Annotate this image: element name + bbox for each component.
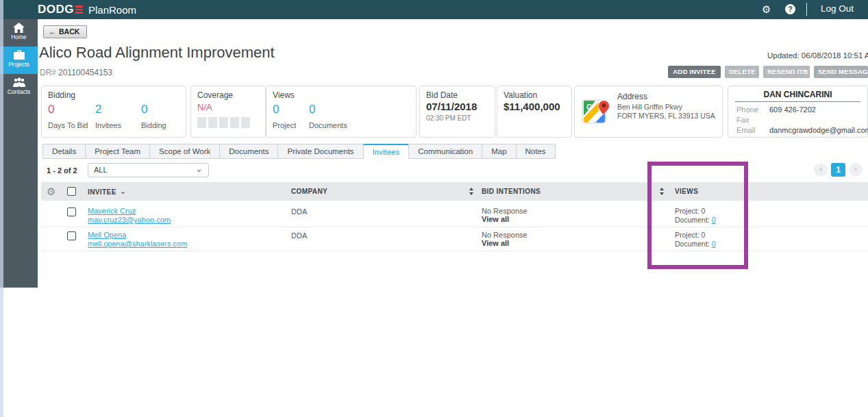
table-settings-gear-icon[interactable]: ⚙ <box>47 186 55 198</box>
sort-icon-company[interactable] <box>469 188 475 195</box>
column-header-invitee[interactable]: INVITEE⌄ <box>88 188 126 197</box>
bid-date-card: Bid Date 07/11/2018 02:30 PM EDT <box>419 86 495 138</box>
bid-time-value: 02:30 PM EDT <box>426 114 471 122</box>
sidebar-item-label: Contacts <box>0 88 38 95</box>
tab-project-team[interactable]: Project Team <box>85 144 150 159</box>
view-all-link[interactable]: View all <box>482 239 509 247</box>
topbar-divider <box>806 3 807 16</box>
home-icon <box>0 23 38 33</box>
help-icon[interactable]: ? <box>785 4 795 14</box>
left-sidebar: Home Projects Contacts <box>0 19 38 288</box>
sidebar-item-projects[interactable]: Projects <box>0 47 38 74</box>
planroom-page: DODG PlanRoom ⚙ ? Log Out Home Projects … <box>0 0 868 417</box>
filter-selected-value: ALL <box>94 166 108 174</box>
contact-phone-value: 609 426-7202 <box>769 105 816 114</box>
view-all-link[interactable]: View all <box>482 215 509 223</box>
invitee-name-link[interactable]: Mell Opena <box>88 231 126 239</box>
row-checkbox[interactable] <box>67 231 76 240</box>
document-views-link[interactable]: 0 <box>712 240 716 248</box>
sidebar-item-contacts[interactable]: Contacts <box>0 74 38 101</box>
valuation-card: Valuation $11,400,000 <box>497 86 572 138</box>
invitee-email-link[interactable]: mell.opena@sharklasers.com <box>88 240 187 248</box>
select-all-checkbox[interactable] <box>67 187 76 196</box>
row-checkbox[interactable] <box>67 207 76 216</box>
back-button[interactable]: ←BACK <box>43 25 87 38</box>
svg-text:G: G <box>586 103 593 111</box>
add-invitee-button[interactable]: ADD INVITEE <box>668 66 721 78</box>
send-message-button[interactable]: SEND MESSAGE <box>814 66 868 78</box>
pagination-page-1[interactable]: 1 <box>831 163 845 177</box>
company-cell: DDA <box>291 231 307 240</box>
contact-email-value: danmcgrawdodge@gmail.com <box>769 126 868 134</box>
card-title: Bidding <box>48 90 75 100</box>
brand-planroom-text: PlanRoom <box>88 4 136 16</box>
project-views-cell: Project: 0 <box>675 231 705 239</box>
coverage-card: Coverage N/A <box>190 86 266 138</box>
address-line1: Ben Hill Griffin Pkwy <box>617 103 682 111</box>
project-views-cell: Project: 0 <box>675 207 705 215</box>
sort-direction-chevron-icon: ⌄ <box>120 187 127 195</box>
bid-status-cell: No Response <box>482 207 528 215</box>
sidebar-item-label: Home <box>0 34 38 40</box>
sort-icon-bid-intentions[interactable] <box>659 188 665 195</box>
tab-private-documents[interactable]: Private Documents <box>277 144 363 159</box>
coverage-value: N/A <box>197 102 212 112</box>
back-label: BACK <box>59 27 79 36</box>
sidebar-item-home[interactable]: Home <box>0 19 38 47</box>
invitees-value: 2 <box>95 103 101 116</box>
project-title: Alico Road Alignment Improvement <box>39 44 275 62</box>
address-line2: FORT MYERS, FL 33913 USA <box>617 112 715 120</box>
invitees-label: Invitees <box>95 121 121 129</box>
column-header-bid-intentions[interactable]: BID INTENTIONS <box>482 188 541 195</box>
column-header-company[interactable]: COMPANY <box>291 188 327 195</box>
google-maps-icon[interactable]: G <box>582 94 610 131</box>
bidding-label: Bidding <box>141 121 166 129</box>
dodge-e-bars-icon <box>75 5 83 14</box>
updated-timestamp: Updated: 06/08/2018 10:51 AM <box>767 51 868 60</box>
contact-email-row: Emaildanmcgrawdodge@gmail.com <box>736 126 756 134</box>
sidebar-item-label: Projects <box>0 61 38 68</box>
invitee-table-header: ⚙ INVITEE⌄ COMPANY BID INTENTIONS VIEWS <box>41 182 868 201</box>
chevron-down-icon: ⌄ <box>195 162 203 175</box>
card-title: Valuation <box>504 90 537 100</box>
valuation-value: $11,400,000 <box>504 101 560 112</box>
invitee-email-link[interactable]: mav.cruz23@yahoo.com <box>88 216 171 224</box>
project-views-label: Project <box>273 121 296 129</box>
pagination-prev-button[interactable]: ‹ <box>814 163 828 177</box>
delete-button[interactable]: DELETE <box>725 66 759 78</box>
contact-card: DAN CHINCARINI Phone609 426-7202 Fax Ema… <box>728 86 868 138</box>
invitee-name-link[interactable]: Maverick Cruz <box>88 207 136 215</box>
tab-details[interactable]: Details <box>42 144 86 159</box>
settings-gear-icon[interactable]: ⚙ <box>762 3 771 16</box>
company-cell: DDA <box>291 207 307 216</box>
days-to-bid-label: Days To Bid <box>48 121 88 129</box>
brand-dodge-text: DODG <box>38 3 74 16</box>
project-tabs: Details Project Team Scope of Work Docum… <box>43 144 556 159</box>
contacts-people-icon <box>0 77 38 88</box>
document-views-cell: Document: 0 <box>675 216 716 224</box>
coverage-progress-segments <box>197 117 250 128</box>
table-row: Mell Opena mell.opena@sharklasers.com DD… <box>41 227 868 251</box>
card-title: Coverage <box>197 90 233 100</box>
bidding-value: 0 <box>141 103 147 116</box>
result-range: 1 - 2 of 2 <box>47 166 77 175</box>
logout-button[interactable]: Log Out <box>821 3 854 14</box>
document-views-label: Documents <box>309 121 347 129</box>
document-views-cell: Document: 0 <box>675 240 716 248</box>
dr-number: DR#201100454153 <box>40 68 112 77</box>
tab-notes[interactable]: Notes <box>516 144 556 159</box>
invitee-filter-dropdown[interactable]: ALL ⌄ <box>88 163 209 177</box>
resend-itb-button[interactable]: RESEND ITB <box>763 66 810 78</box>
document-views-value: 0 <box>309 103 315 116</box>
tab-documents[interactable]: Documents <box>219 144 278 159</box>
column-header-views[interactable]: VIEWS <box>675 188 698 195</box>
back-arrow-icon: ← <box>49 27 56 36</box>
tab-scope-of-work[interactable]: Scope of Work <box>149 144 220 159</box>
tab-communication[interactable]: Communication <box>408 144 482 159</box>
document-views-link[interactable]: 0 <box>712 216 716 224</box>
tab-map[interactable]: Map <box>482 144 516 159</box>
project-views-value: 0 <box>273 103 279 116</box>
tab-invitees[interactable]: Invitees <box>363 144 410 159</box>
bid-date-value: 07/11/2018 <box>426 101 477 112</box>
pagination-next-button[interactable]: › <box>849 163 863 177</box>
